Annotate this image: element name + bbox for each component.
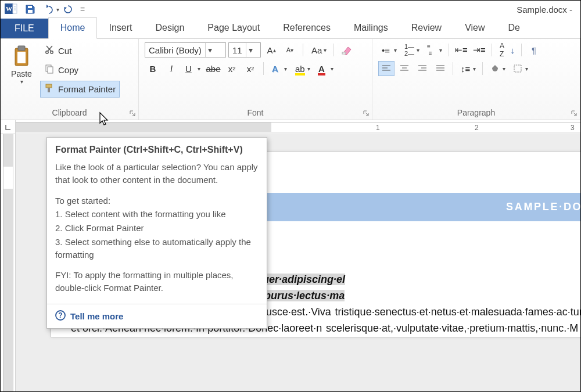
chevron-down-icon[interactable]: ▾ — [205, 43, 214, 57]
shrink-font-button[interactable]: A▾ — [282, 42, 298, 57]
paragraph-launcher-icon[interactable] — [571, 109, 579, 117]
ruler-number: 3 — [571, 124, 575, 132]
tab-mailings[interactable]: Mailings — [342, 18, 400, 38]
qat-repeat-button[interactable] — [60, 2, 76, 17]
sort-button[interactable]: AZ↓ — [496, 42, 517, 57]
title-bar: W ▾ = Sample.docx - — [1, 1, 580, 18]
decrease-indent-button[interactable]: ⇤≡ — [453, 42, 469, 57]
tab-design[interactable]: Design — [144, 18, 196, 38]
tab-view[interactable]: View — [453, 18, 496, 38]
tell-me-more-link[interactable]: ? Tell me more — [47, 304, 267, 328]
font-size-value: 11 — [229, 45, 246, 55]
separator — [492, 44, 492, 56]
font-color-button[interactable]: A▾ — [315, 61, 336, 76]
cut-label: Cut — [58, 46, 71, 56]
svg-rect-18 — [48, 88, 50, 92]
clear-formatting-button[interactable] — [339, 42, 355, 57]
clipboard-launcher-icon[interactable] — [129, 109, 137, 117]
separator — [263, 62, 264, 75]
cut-button[interactable]: Cut — [40, 42, 120, 59]
qat-save-button[interactable] — [23, 2, 38, 17]
align-right-button[interactable] — [414, 61, 431, 76]
text-effects-button[interactable]: A▾ — [268, 61, 289, 76]
superscript-button[interactable]: x2 — [242, 61, 259, 76]
tooltip-text: Like the look of a particular selection?… — [55, 161, 259, 186]
font-launcher-icon[interactable] — [363, 109, 371, 117]
tooltip-title: Format Painter (Ctrl+Shift+C, Ctrl+Shift… — [47, 138, 267, 159]
font-name-combo[interactable]: Calibri (Body) ▾ — [145, 42, 226, 57]
svg-rect-17 — [46, 84, 52, 88]
paste-button[interactable]: Paste ▾ — [6, 42, 37, 107]
change-case-label: Aa — [311, 45, 322, 55]
scissors-icon — [44, 45, 55, 57]
group-paragraph: •≡▾ 1—2—▾ ≡ ≡▾ ⇤≡ ⇥≡ AZ↓ ¶ ↕≡▾ ▾ — [372, 39, 580, 120]
svg-rect-2 — [13, 4, 17, 13]
copy-icon — [44, 64, 55, 76]
tab-home[interactable]: Home — [48, 17, 98, 39]
tab-page-layout[interactable]: Page Layout — [196, 18, 271, 38]
copy-button[interactable]: Copy — [40, 62, 120, 78]
undo-dropdown-icon[interactable]: ▾ — [56, 6, 59, 13]
ruler-number: 1 — [376, 124, 380, 132]
vertical-ruler[interactable] — [1, 120, 16, 392]
separator — [449, 44, 449, 56]
tab-developer-cut[interactable]: De — [497, 18, 532, 38]
help-icon: ? — [55, 310, 66, 322]
svg-rect-19 — [342, 52, 346, 54]
tab-file[interactable]: FILE — [1, 19, 48, 38]
horizontal-ruler[interactable]: 1 2 3 — [16, 120, 580, 134]
svg-point-11 — [46, 51, 48, 53]
align-center-button[interactable] — [396, 61, 413, 76]
shading-button[interactable]: ▾ — [487, 61, 508, 76]
tooltip-step: 2. Click Format Painter — [55, 222, 259, 235]
justify-button[interactable] — [432, 61, 449, 76]
tab-references[interactable]: References — [271, 18, 342, 38]
separator — [521, 44, 522, 56]
line-spacing-button[interactable]: ↕≡▾ — [457, 61, 478, 76]
qat-customize-button[interactable]: = — [78, 2, 87, 17]
tab-insert[interactable]: Insert — [97, 18, 144, 38]
tooltip-step: 3. Select something else to automaticall… — [55, 236, 259, 261]
svg-text:W: W — [6, 5, 12, 12]
subscript-button[interactable]: x2 — [224, 61, 240, 76]
format-painter-label: Format Painter — [58, 84, 116, 94]
bold-button[interactable]: B — [145, 61, 161, 76]
underline-button[interactable]: U▾ — [182, 61, 203, 76]
format-painter-tooltip: Format Painter (Ctrl+Shift+C, Ctrl+Shift… — [46, 137, 267, 329]
strikethrough-button[interactable]: abe — [205, 61, 221, 76]
italic-button[interactable]: I — [163, 61, 180, 76]
grow-font-button[interactable]: A▴ — [263, 42, 279, 57]
ruler-number: 2 — [475, 124, 479, 132]
svg-rect-32 — [514, 65, 521, 72]
separator — [303, 44, 303, 56]
font-size-combo[interactable]: 11 ▾ — [228, 42, 261, 57]
svg-rect-10 — [17, 52, 26, 63]
tooltip-text: FYI: To apply the formatting in multiple… — [55, 269, 259, 294]
paste-dropdown-icon[interactable]: ▾ — [20, 78, 23, 85]
borders-button[interactable]: ▾ — [510, 61, 530, 76]
tab-review[interactable]: Review — [400, 18, 453, 38]
numbering-button[interactable]: 1—2—▾ — [401, 42, 422, 57]
paragraph-group-label: Paragraph — [378, 107, 574, 120]
bullets-button[interactable]: •≡▾ — [378, 42, 399, 57]
separator — [333, 44, 334, 56]
group-font: Calibri (Body) ▾ 11 ▾ A▴ A▾ Aa▾ B I U▾ a… — [139, 39, 372, 120]
font-group-label: Font — [145, 107, 366, 120]
align-left-button[interactable] — [378, 61, 394, 76]
multilevel-list-button[interactable]: ≡ ≡▾ — [424, 42, 444, 57]
show-hide-button[interactable]: ¶ — [526, 42, 542, 57]
document-title: Sample.docx - — [512, 5, 577, 15]
font-name-value: Calibri (Body) — [145, 45, 205, 55]
tooltip-text: To get started: — [55, 195, 259, 207]
tooltip-step: 1. Select content with the formatting yo… — [55, 208, 259, 221]
svg-rect-7 — [28, 10, 33, 13]
increase-indent-button[interactable]: ⇥≡ — [471, 42, 487, 57]
format-painter-button[interactable]: Format Painter — [40, 81, 120, 98]
chevron-down-icon[interactable]: ▾ — [246, 43, 255, 57]
qat-undo-button[interactable] — [40, 2, 55, 17]
group-clipboard: Paste ▾ Cut Copy Format Painter Clipboar… — [1, 39, 139, 120]
change-case-button[interactable]: Aa▾ — [308, 42, 329, 57]
svg-text:?: ? — [58, 311, 62, 319]
tab-selector[interactable] — [1, 120, 15, 134]
highlight-button[interactable]: ab▾ — [292, 61, 313, 76]
